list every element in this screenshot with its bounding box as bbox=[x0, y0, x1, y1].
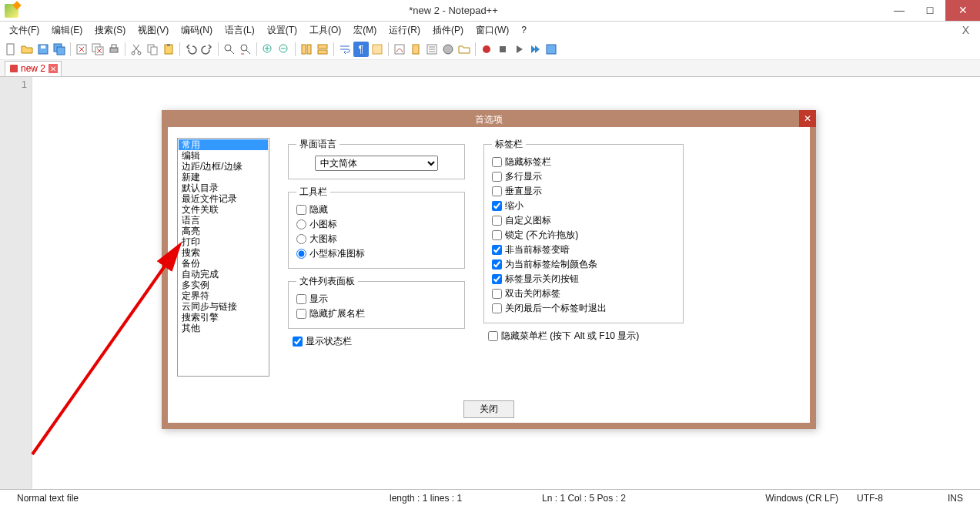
svg-point-29 bbox=[483, 45, 490, 53]
paste-icon[interactable] bbox=[161, 42, 176, 57]
svg-rect-9 bbox=[112, 45, 116, 48]
show-all-chars-icon[interactable]: ¶ bbox=[353, 42, 369, 57]
file-tab[interactable]: new 2 ✕ bbox=[5, 61, 62, 76]
ui-language-select[interactable]: 中文简体 bbox=[315, 156, 438, 171]
menu-tools[interactable]: 工具(O) bbox=[303, 22, 347, 39]
zoom-in-icon[interactable] bbox=[260, 42, 276, 57]
menu-help[interactable]: ? bbox=[515, 23, 533, 37]
toolbar-hide-check[interactable]: 隐藏 bbox=[296, 203, 457, 216]
category-item[interactable]: 最近文件记录 bbox=[179, 193, 268, 204]
category-item[interactable]: 高亮 bbox=[179, 226, 268, 236]
toolbar-big-radio[interactable]: 大图标 bbox=[296, 233, 457, 246]
menu-bar: 文件(F) 编辑(E) 搜索(S) 视图(V) 编码(N) 语言(L) 设置(T… bbox=[0, 22, 980, 39]
cut-icon[interactable] bbox=[129, 42, 144, 57]
copy-icon[interactable] bbox=[145, 42, 160, 57]
menu-view[interactable]: 视图(V) bbox=[132, 22, 175, 39]
undo-icon[interactable] bbox=[183, 42, 199, 57]
sync-v-icon[interactable] bbox=[299, 42, 314, 57]
folder-view-icon[interactable] bbox=[457, 42, 472, 57]
dialog-close-bottom-button[interactable]: 关闭 bbox=[463, 400, 514, 418]
category-item[interactable]: 多实例 bbox=[179, 280, 268, 290]
tabbar-option[interactable]: 自定义图标 bbox=[492, 214, 675, 227]
category-item[interactable]: 默认目录 bbox=[179, 183, 268, 193]
func-list-icon[interactable] bbox=[440, 42, 456, 57]
tabbar-option[interactable]: 多行显示 bbox=[492, 170, 675, 183]
print-icon[interactable] bbox=[106, 42, 122, 57]
show-statusbar-check[interactable]: 显示状态栏 bbox=[288, 335, 465, 348]
status-insert-mode[interactable]: INS bbox=[938, 493, 972, 504]
menu-search[interactable]: 搜索(S) bbox=[89, 22, 132, 39]
tabbar-option[interactable]: 双击关闭标签 bbox=[492, 287, 675, 300]
category-list[interactable]: 常用 编辑 边距/边框/边缘 新建 默认目录 最近文件记录 文件关联 语言 高亮… bbox=[177, 138, 269, 377]
tabbar-option[interactable]: 锁定 (不允许拖放) bbox=[492, 229, 675, 242]
category-item[interactable]: 自动完成 bbox=[179, 269, 268, 280]
play-multi-icon[interactable] bbox=[527, 42, 543, 57]
play-macro-icon[interactable] bbox=[511, 42, 527, 57]
category-item[interactable]: 搜索 bbox=[179, 247, 268, 258]
tab-close-icon[interactable]: ✕ bbox=[48, 64, 58, 73]
category-item[interactable]: 语言 bbox=[179, 215, 268, 226]
replace-icon[interactable] bbox=[238, 42, 253, 57]
dialog-close-button[interactable]: ✕ bbox=[799, 110, 816, 127]
toolbar-std-radio[interactable]: 小型标准图标 bbox=[296, 247, 457, 260]
sync-h-icon[interactable] bbox=[315, 42, 330, 57]
indent-guide-icon[interactable] bbox=[370, 42, 385, 57]
close-all-icon[interactable] bbox=[90, 42, 105, 57]
wordwrap-icon[interactable] bbox=[337, 42, 353, 57]
menu-language[interactable]: 语言(L) bbox=[219, 22, 261, 39]
toolbar-legend: 工具栏 bbox=[296, 186, 330, 199]
doc-list-icon[interactable] bbox=[424, 42, 440, 57]
menu-edit[interactable]: 编辑(E) bbox=[45, 22, 89, 39]
menu-file[interactable]: 文件(F) bbox=[3, 22, 45, 39]
menu-window[interactable]: 窗口(W) bbox=[470, 22, 515, 39]
category-item[interactable]: 定界符 bbox=[179, 290, 268, 301]
redo-icon[interactable] bbox=[199, 42, 215, 57]
tabbar-option[interactable]: 缩小 bbox=[492, 199, 675, 213]
tabbar-option[interactable]: 隐藏标签栏 bbox=[492, 156, 675, 169]
hide-menubar-check[interactable]: 隐藏菜单栏 (按下 Alt 或 F10 显示) bbox=[483, 330, 684, 343]
category-item[interactable]: 其他 bbox=[179, 323, 268, 333]
find-icon[interactable] bbox=[222, 42, 237, 57]
maximize-button[interactable]: □ bbox=[915, 0, 945, 21]
stop-macro-icon[interactable] bbox=[495, 42, 510, 57]
filelist-show-check[interactable]: 显示 bbox=[296, 293, 457, 306]
window-close-button[interactable]: ✕ bbox=[945, 0, 980, 21]
tabbar-option[interactable]: 标签显示关闭按钮 bbox=[492, 273, 675, 286]
tabbar-option[interactable]: 垂直显示 bbox=[492, 185, 675, 198]
tabbar-option[interactable]: 非当前标签变暗 bbox=[492, 243, 675, 256]
category-item[interactable]: 新建 bbox=[179, 172, 268, 183]
minimize-button[interactable]: — bbox=[884, 0, 915, 21]
menu-encoding[interactable]: 编码(N) bbox=[175, 22, 219, 39]
category-item[interactable]: 备份 bbox=[179, 258, 268, 269]
status-eol[interactable]: Windows (CR LF) bbox=[756, 493, 848, 504]
menu-settings[interactable]: 设置(T) bbox=[261, 22, 303, 39]
category-item[interactable]: 边距/边框/边缘 bbox=[179, 161, 268, 172]
mdi-close-button[interactable]: X bbox=[955, 24, 977, 36]
save-all-icon[interactable] bbox=[52, 42, 67, 57]
toolbar-small-radio[interactable]: 小图标 bbox=[296, 218, 457, 231]
save-macro-icon[interactable] bbox=[544, 42, 559, 57]
close-file-icon[interactable] bbox=[74, 42, 89, 57]
zoom-out-icon[interactable] bbox=[276, 42, 292, 57]
udl-icon[interactable] bbox=[392, 42, 407, 57]
category-item[interactable]: 云同步与链接 bbox=[179, 301, 268, 312]
tabbar-option[interactable]: 为当前标签绘制颜色条 bbox=[492, 258, 675, 271]
line-gutter: 1 bbox=[0, 77, 32, 489]
menu-run[interactable]: 运行(R) bbox=[383, 22, 426, 39]
menu-plugins[interactable]: 插件(P) bbox=[426, 22, 470, 39]
open-file-icon[interactable] bbox=[19, 42, 35, 57]
menu-macro[interactable]: 宏(M) bbox=[347, 22, 383, 39]
category-item[interactable]: 编辑 bbox=[179, 150, 268, 161]
category-item[interactable]: 常用 bbox=[179, 139, 268, 150]
category-item[interactable]: 文件关联 bbox=[179, 204, 268, 215]
tabbar-option[interactable]: 关闭最后一个标签时退出 bbox=[492, 302, 675, 315]
category-item[interactable]: 搜索引擎 bbox=[179, 312, 268, 323]
filelist-hideext-check[interactable]: 隐藏扩展名栏 bbox=[296, 307, 457, 320]
record-macro-icon[interactable] bbox=[479, 42, 494, 57]
dialog-title: 首选项 bbox=[475, 113, 503, 126]
category-item[interactable]: 打印 bbox=[179, 236, 268, 247]
status-encoding[interactable]: UTF-8 bbox=[848, 493, 892, 504]
save-icon[interactable] bbox=[35, 42, 51, 57]
doc-map-icon[interactable] bbox=[408, 42, 423, 57]
new-file-icon[interactable] bbox=[3, 42, 18, 57]
